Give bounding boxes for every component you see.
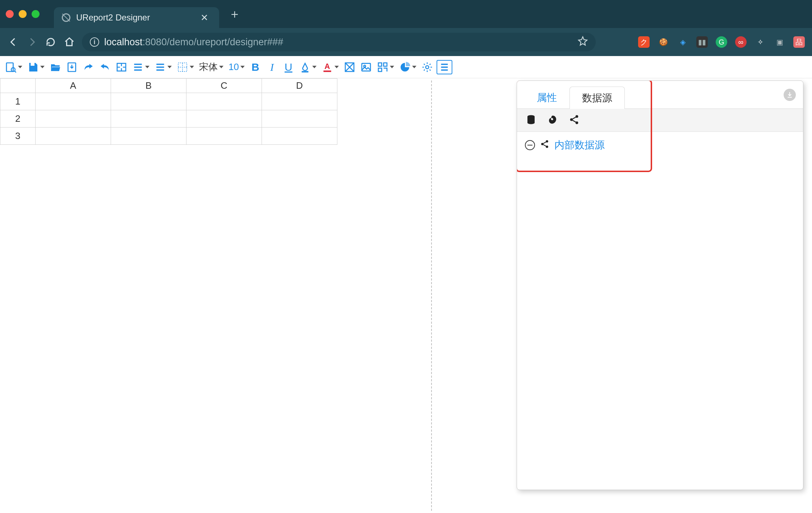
app-toolbar: 宋体 10 B I U A bbox=[0, 56, 812, 78]
undo-button[interactable] bbox=[98, 59, 112, 75]
panel-toggle-button[interactable] bbox=[437, 60, 452, 74]
svg-point-21 bbox=[546, 145, 548, 148]
properties-panel: 属性 数据源 bbox=[517, 80, 803, 490]
column-header[interactable]: D bbox=[262, 79, 337, 93]
extension-icons: ク 🍪 ◈ ▮▮ G ∞ ✧ ▣ 品 bbox=[638, 36, 805, 48]
extension-icon[interactable]: G bbox=[716, 36, 727, 48]
window-controls bbox=[6, 10, 40, 18]
svg-text:A: A bbox=[324, 62, 330, 71]
database-icon[interactable] bbox=[526, 114, 536, 126]
cell[interactable] bbox=[36, 128, 111, 145]
url-text: localhost:8080/demo/ureport/designer### bbox=[104, 37, 283, 48]
cell[interactable] bbox=[262, 128, 337, 145]
workarea: A B C D 1 2 bbox=[0, 78, 812, 513]
spreadsheet[interactable]: A B C D 1 2 bbox=[0, 78, 337, 513]
svg-rect-12 bbox=[384, 63, 387, 66]
tab-title: UReport2 Designer bbox=[76, 13, 192, 23]
cell[interactable] bbox=[111, 93, 186, 110]
barcode-button[interactable] bbox=[375, 59, 396, 75]
close-window-button[interactable] bbox=[6, 10, 14, 18]
site-info-icon[interactable]: i bbox=[90, 37, 99, 47]
datasource-item[interactable]: 内部数据源 bbox=[525, 138, 795, 152]
font-color-button[interactable]: A bbox=[320, 59, 340, 75]
merge-cells-button[interactable] bbox=[114, 59, 129, 75]
extension-icon[interactable]: ✧ bbox=[755, 36, 766, 48]
address-bar[interactable]: i localhost:8080/demo/ureport/designer##… bbox=[82, 33, 596, 51]
cell[interactable] bbox=[111, 110, 186, 128]
extension-icon[interactable]: ◈ bbox=[677, 36, 688, 48]
panel-tabs: 属性 数据源 bbox=[517, 81, 803, 109]
column-header[interactable]: C bbox=[186, 79, 262, 93]
tab-datasource[interactable]: 数据源 bbox=[569, 87, 625, 109]
collapse-panel-button[interactable] bbox=[784, 89, 796, 101]
browser-toolbar: i localhost:8080/demo/ureport/designer##… bbox=[0, 28, 812, 56]
cell[interactable] bbox=[262, 93, 337, 110]
cell[interactable] bbox=[186, 128, 262, 145]
row-header[interactable]: 3 bbox=[0, 128, 36, 145]
cell[interactable] bbox=[36, 110, 111, 128]
settings-button[interactable] bbox=[420, 59, 434, 75]
import-button[interactable] bbox=[65, 59, 79, 75]
spring-bean-icon[interactable] bbox=[547, 114, 558, 126]
font-family-select[interactable]: 宋体 bbox=[198, 59, 225, 75]
extension-icon[interactable]: ク bbox=[638, 36, 650, 48]
new-tab-button[interactable]: ＋ bbox=[219, 6, 250, 22]
tab-close-button[interactable]: ✕ bbox=[198, 11, 211, 25]
extension-icon[interactable]: ▮▮ bbox=[696, 36, 708, 48]
tab-properties[interactable]: 属性 bbox=[524, 86, 569, 108]
minimize-window-button[interactable] bbox=[19, 10, 27, 18]
select-all-corner[interactable] bbox=[0, 79, 36, 93]
bold-button[interactable]: B bbox=[248, 59, 263, 75]
maximize-window-button[interactable] bbox=[32, 10, 40, 18]
cell[interactable] bbox=[36, 93, 111, 110]
font-size-select[interactable]: 10 bbox=[227, 59, 246, 75]
extension-icon[interactable]: 🍪 bbox=[658, 36, 669, 48]
forward-button[interactable] bbox=[26, 36, 38, 48]
back-button[interactable] bbox=[7, 36, 19, 48]
browser-tabbar: UReport2 Designer ✕ ＋ bbox=[0, 0, 812, 28]
align-horizontal-button[interactable] bbox=[153, 59, 173, 75]
cell[interactable] bbox=[262, 110, 337, 128]
cell[interactable] bbox=[111, 128, 186, 145]
underline-button[interactable]: U bbox=[281, 59, 296, 75]
home-button[interactable] bbox=[63, 36, 75, 48]
svg-rect-5 bbox=[302, 71, 309, 72]
extension-icon[interactable]: 品 bbox=[793, 36, 805, 48]
crosstab-button[interactable] bbox=[342, 59, 357, 75]
svg-point-19 bbox=[541, 143, 544, 145]
italic-button[interactable]: I bbox=[265, 59, 279, 75]
collapse-icon[interactable] bbox=[525, 140, 535, 150]
datasource-toolbar bbox=[517, 109, 803, 132]
cell[interactable] bbox=[186, 110, 262, 128]
border-button[interactable] bbox=[175, 59, 195, 75]
fill-color-button[interactable] bbox=[298, 59, 318, 75]
svg-rect-9 bbox=[362, 63, 370, 71]
align-vertical-button[interactable] bbox=[131, 59, 151, 75]
svg-rect-7 bbox=[323, 70, 331, 72]
splitter[interactable] bbox=[431, 80, 432, 511]
column-header[interactable]: A bbox=[36, 79, 111, 93]
column-header[interactable]: B bbox=[111, 79, 186, 93]
share-icon[interactable] bbox=[569, 114, 580, 126]
browser-tab[interactable]: UReport2 Designer ✕ bbox=[54, 7, 219, 28]
bookmark-star-icon[interactable] bbox=[578, 36, 588, 48]
extension-icon[interactable]: ▣ bbox=[774, 36, 785, 48]
redo-button[interactable] bbox=[81, 59, 96, 75]
reload-button[interactable] bbox=[45, 36, 57, 48]
app-root: 宋体 10 B I U A A B C D bbox=[0, 56, 812, 513]
svg-rect-13 bbox=[378, 68, 382, 71]
datasource-list: 内部数据源 bbox=[517, 132, 803, 158]
row-header[interactable]: 1 bbox=[0, 93, 36, 110]
save-button[interactable] bbox=[26, 59, 46, 75]
row-header[interactable]: 2 bbox=[0, 110, 36, 128]
share-icon bbox=[540, 139, 549, 151]
open-button[interactable] bbox=[48, 59, 63, 75]
svg-rect-11 bbox=[378, 63, 382, 66]
svg-point-14 bbox=[426, 65, 429, 69]
cell[interactable] bbox=[186, 93, 262, 110]
extension-icon[interactable]: ∞ bbox=[735, 36, 747, 48]
svg-point-16 bbox=[570, 118, 573, 121]
chart-button[interactable] bbox=[398, 59, 418, 75]
image-button[interactable] bbox=[359, 59, 373, 75]
preview-button[interactable] bbox=[4, 59, 24, 75]
